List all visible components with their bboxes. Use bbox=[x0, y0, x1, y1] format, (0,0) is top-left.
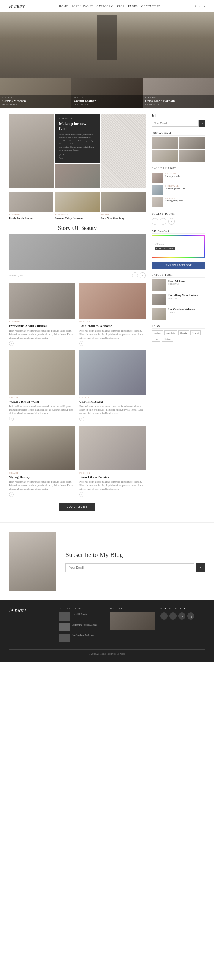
small-post-2-title[interactable]: Sonoma Valley Lancome bbox=[55, 216, 99, 220]
post-2-category: FASHION bbox=[79, 321, 145, 323]
sidebar-social: SOCIAL ICONS f t in bbox=[152, 212, 205, 224]
post-4-icon[interactable]: + bbox=[79, 417, 84, 422]
footer-instagram-icon[interactable]: ig bbox=[187, 612, 194, 620]
subscribe-email-input[interactable] bbox=[65, 563, 194, 572]
post-3-title[interactable]: Watch Jackson Wang bbox=[9, 399, 75, 404]
sidebar-tags: TAGS Fashion Lifestyle Beauty Travel Foo… bbox=[152, 325, 205, 342]
nav-home[interactable]: Home bbox=[59, 5, 69, 8]
post-5-icon[interactable]: + bbox=[9, 492, 14, 497]
nav-category[interactable]: Category bbox=[96, 5, 113, 8]
footer-blog-image[interactable] bbox=[110, 612, 155, 630]
tag-travel[interactable]: Travel bbox=[190, 331, 201, 336]
post-3-image bbox=[9, 350, 75, 395]
insta-img-3[interactable] bbox=[152, 150, 178, 162]
tag-food[interactable]: Food bbox=[152, 337, 161, 342]
insta-img-4[interactable] bbox=[179, 150, 205, 162]
post-1-title[interactable]: Everything About Cultural bbox=[9, 324, 75, 328]
nav-logo[interactable]: le mars bbox=[9, 3, 25, 9]
post-3-icon[interactable]: + bbox=[9, 417, 14, 422]
sidebar-email-input[interactable] bbox=[152, 120, 198, 127]
nav-contact[interactable]: Contact Us bbox=[142, 5, 161, 8]
gallery-thumb-1[interactable] bbox=[152, 173, 163, 183]
post-4-body: Proin vel lorem at eros maximus commodo … bbox=[79, 405, 145, 415]
subscribe-button[interactable]: › bbox=[196, 563, 205, 572]
hero-card-3-read[interactable]: READ MORE bbox=[145, 103, 212, 106]
tag-culture[interactable]: Culture bbox=[162, 337, 173, 342]
footer-linkedin-icon[interactable]: in bbox=[178, 612, 185, 620]
facebook-like-button[interactable]: LIKE ON FACEBOOK bbox=[152, 262, 205, 269]
gallery-2-title[interactable]: Another gallery post bbox=[165, 187, 185, 190]
small-post-3-title[interactable]: New Year Creativity bbox=[101, 216, 145, 220]
footer-post-thumb-3[interactable] bbox=[59, 634, 70, 642]
tag-fashion[interactable]: Fashion bbox=[152, 331, 163, 336]
featured-right-pattern bbox=[101, 113, 145, 188]
post-2-icon[interactable]: + bbox=[79, 341, 84, 346]
gallery-3-cat: BEAUTY bbox=[165, 197, 183, 199]
latest-thumb-2[interactable] bbox=[152, 294, 166, 305]
gallery-thumb-2[interactable] bbox=[152, 185, 163, 195]
post-1-category: FASHION bbox=[9, 321, 75, 323]
post-3-category: TRAVEL bbox=[9, 396, 75, 399]
youtube-icon[interactable]: y bbox=[198, 5, 200, 8]
footer-post-thumb-1[interactable] bbox=[59, 612, 70, 621]
story-image bbox=[9, 234, 145, 270]
sidebar-join-button[interactable]: › bbox=[200, 120, 205, 127]
sidebar-instagram-title: INSTAGRAM bbox=[152, 131, 205, 135]
footer-post-2-title[interactable]: Everything About Cultural bbox=[72, 623, 97, 627]
story-nav-row: October 7, 2020 ‹ › bbox=[9, 272, 145, 278]
gallery-thumb-3[interactable] bbox=[152, 197, 163, 207]
featured-center-icon[interactable]: + bbox=[59, 154, 64, 159]
post-item-3: TRAVEL Watch Jackson Wang Proin vel lore… bbox=[9, 350, 75, 422]
story-next-button[interactable]: › bbox=[140, 272, 145, 278]
post-2-body: Proin vel lorem at eros maximus commodo … bbox=[79, 329, 145, 340]
post-2-title[interactable]: Las Catalinas Welcome bbox=[79, 324, 145, 328]
post-1-body: Proin vel lorem at eros maximus commodo … bbox=[9, 329, 75, 340]
footer-post-thumb-2[interactable] bbox=[59, 623, 70, 632]
post-5-title[interactable]: Styling Harvey bbox=[9, 475, 75, 479]
gallery-1-title[interactable]: Latest post title bbox=[165, 175, 180, 178]
latest-thumb-3[interactable] bbox=[152, 308, 166, 320]
story-date: October 7, 2020 bbox=[9, 274, 24, 277]
footer-post-3-title[interactable]: Las Catalinas Welcome bbox=[72, 634, 94, 637]
tag-beauty[interactable]: Beauty bbox=[178, 331, 189, 336]
social-facebook-icon[interactable]: f bbox=[152, 218, 158, 224]
small-post-2-category: LIFESTYLE bbox=[55, 214, 99, 216]
social-linkedin-icon[interactable]: in bbox=[168, 218, 175, 224]
post-4-title[interactable]: Clarins Mascara bbox=[79, 399, 145, 404]
hero-cards: LIFESTYLE Clarins Mascara READ MORE BEAU… bbox=[0, 78, 214, 108]
social-twitter-icon[interactable]: t bbox=[160, 218, 166, 224]
post-6-icon[interactable]: + bbox=[79, 492, 84, 497]
latest-2-title[interactable]: Everything About Cultural bbox=[168, 294, 199, 297]
story-prev-button[interactable]: ‹ bbox=[132, 272, 138, 278]
latest-3-title[interactable]: Las Catalinas Welcome bbox=[168, 308, 195, 311]
nav-shop[interactable]: Shop bbox=[117, 5, 125, 8]
hero-card-2[interactable]: BEAUTY Catsuit Leather READ MORE bbox=[71, 78, 143, 108]
latest-thumb-1[interactable] bbox=[152, 279, 166, 291]
hero-card-3[interactable]: FASHION Dress Like a Parisian READ MORE bbox=[143, 78, 214, 108]
facebook-icon[interactable]: f bbox=[195, 5, 196, 8]
insta-img-2[interactable] bbox=[179, 137, 205, 149]
hero-card-2-read[interactable]: READ MORE bbox=[74, 103, 140, 106]
footer-twitter-icon[interactable]: t bbox=[169, 612, 177, 620]
linkedin-icon[interactable]: in bbox=[203, 5, 205, 8]
footer-facebook-icon[interactable]: f bbox=[161, 612, 168, 620]
nav-links: Home Post Layout Category Shop Pages Con… bbox=[59, 5, 161, 8]
footer-post-1-title[interactable]: Story Of Beauty bbox=[72, 612, 87, 616]
hero-card-1[interactable]: LIFESTYLE Clarins Mascara READ MORE bbox=[0, 78, 71, 108]
hero-card-1-read[interactable]: READ MORE bbox=[2, 103, 69, 106]
ad-box[interactable]: adPlease GOOGLE ADMOB bbox=[152, 235, 205, 258]
post-1-icon[interactable]: + bbox=[9, 341, 14, 346]
latest-1-title[interactable]: Story Of Beauty bbox=[168, 279, 187, 282]
sidebar-ad-title: Ad Please bbox=[152, 229, 205, 234]
insta-img-1[interactable] bbox=[152, 137, 178, 149]
nav-pages[interactable]: Pages bbox=[128, 5, 138, 8]
small-post-1-title[interactable]: Ready for the Summer bbox=[9, 216, 53, 220]
ad-button[interactable]: GOOGLE ADMOB bbox=[155, 247, 175, 250]
hero-card-3-title: Dress Like a Parisian bbox=[145, 99, 212, 103]
tag-lifestyle[interactable]: Lifestyle bbox=[164, 331, 177, 336]
post-6-title[interactable]: Dress Like a Parisian bbox=[79, 475, 145, 479]
nav-post-layout[interactable]: Post Layout bbox=[72, 5, 93, 8]
small-post-1: FASHION Ready for the Summer bbox=[9, 192, 53, 220]
load-more-button[interactable]: LOAD MORE bbox=[59, 503, 95, 511]
gallery-3-title[interactable]: Photo gallery item bbox=[165, 199, 183, 202]
